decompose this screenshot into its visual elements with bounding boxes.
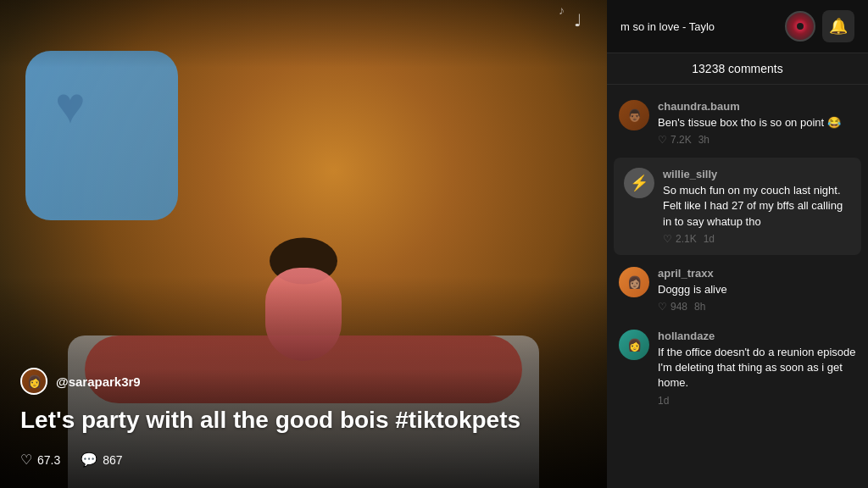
- avatar: 👩: [619, 330, 649, 360]
- bell-icon: 🔔: [829, 17, 848, 36]
- comment-content: hollandaze If the office doesn't do a re…: [658, 330, 856, 407]
- dog-costume: [25, 51, 178, 220]
- heart-icon: ♡: [658, 301, 667, 313]
- comment-username: willie_silly: [663, 168, 851, 180]
- likes-value: 2.1K: [676, 233, 697, 245]
- likes-value: 7.2K: [670, 134, 692, 146]
- username-label: @sarapark3r9: [56, 374, 141, 389]
- comment-item: 👨🏾 chaundra.baum Ben's tissue box tho is…: [607, 92, 868, 154]
- comment-likes[interactable]: ♡ 7.2K: [658, 134, 692, 146]
- likes-stat[interactable]: ♡ 67.3: [20, 452, 60, 468]
- comment-meta: ♡ 7.2K 3h: [658, 134, 856, 146]
- comment-username: hollandaze: [658, 330, 856, 342]
- comment-meta: 1d: [658, 395, 856, 407]
- comment-username: chaundra.baum: [658, 100, 856, 113]
- top-bar: m so in love - Taylo 🔔: [607, 0, 868, 53]
- comments-count: 867: [103, 453, 122, 467]
- music-note-large: ♩: [574, 10, 581, 30]
- comment-icon: 💬: [81, 452, 97, 468]
- heart-icon: ♡: [658, 134, 667, 146]
- right-panel: m so in love - Taylo 🔔 13238 comments 👨🏾…: [607, 0, 868, 488]
- comment-text: Ben's tissue box tho is so on point 😂: [658, 115, 856, 130]
- comment-text: Doggg is alive: [658, 282, 856, 297]
- comment-content: willie_silly So much fun on my couch las…: [663, 168, 851, 245]
- comment-time: 1d: [658, 395, 669, 407]
- comment-likes[interactable]: ♡ 948: [658, 301, 687, 313]
- likes-count: 67.3: [37, 453, 60, 467]
- comment-content: chaundra.baum Ben's tissue box tho is so…: [658, 100, 856, 146]
- comment-content: april_traxx Doggg is alive ♡ 948 8h: [658, 267, 856, 313]
- comment-time: 1d: [704, 233, 715, 245]
- comment-username: april_traxx: [658, 267, 856, 280]
- comment-item: 👩 hollandaze If the office doesn't do a …: [607, 321, 868, 415]
- now-playing-bar: m so in love - Taylo: [620, 11, 815, 42]
- comment-text: So much fun on my couch last night. Felt…: [663, 183, 851, 230]
- notification-button[interactable]: 🔔: [822, 10, 854, 42]
- now-playing-text: m so in love - Taylo: [620, 20, 778, 33]
- music-disc[interactable]: [785, 11, 815, 42]
- video-caption: Let's party with all the good bois #tikt…: [20, 405, 587, 435]
- avatar: 👨🏾: [619, 100, 649, 130]
- music-note-small: ♪: [559, 3, 565, 17]
- comments-header: 13238 comments: [607, 53, 868, 85]
- comment-item: 👩🏽 april_traxx Doggg is alive ♡ 948 8h: [607, 258, 868, 321]
- comment-text: If the office doesn't do a reunion episo…: [658, 345, 856, 391]
- video-overlay: 👩 @sarapark3r9 Let's party with all the …: [0, 368, 607, 488]
- comment-meta: ♡ 948 8h: [658, 301, 856, 313]
- comment-item-highlighted: ⚡ willie_silly So much fun on my couch l…: [614, 158, 861, 255]
- comment-meta: ♡ 2.1K 1d: [663, 233, 851, 245]
- heart-icon: ♡: [20, 452, 32, 468]
- user-info-bar: 👩 @sarapark3r9: [20, 368, 587, 395]
- comment-likes[interactable]: ♡ 2.1K: [663, 233, 697, 245]
- video-top-gradient: [0, 0, 607, 68]
- comment-time: 3h: [698, 134, 709, 146]
- avatar: 👩: [20, 368, 47, 395]
- comments-stat[interactable]: 💬 867: [81, 452, 122, 468]
- comments-count-label: 13238 comments: [692, 62, 782, 75]
- video-player: ♪ ♩ 👩 @sarapark3r9 Let's party with all …: [0, 0, 607, 488]
- video-stats-bar: ♡ 67.3 💬 867: [20, 452, 587, 468]
- avatar: 👩🏽: [619, 267, 649, 297]
- likes-value: 948: [670, 301, 687, 313]
- heart-icon: ♡: [663, 233, 672, 245]
- avatar: ⚡: [624, 168, 654, 198]
- comments-list[interactable]: 👨🏾 chaundra.baum Ben's tissue box tho is…: [607, 85, 868, 488]
- comment-time: 8h: [694, 301, 705, 313]
